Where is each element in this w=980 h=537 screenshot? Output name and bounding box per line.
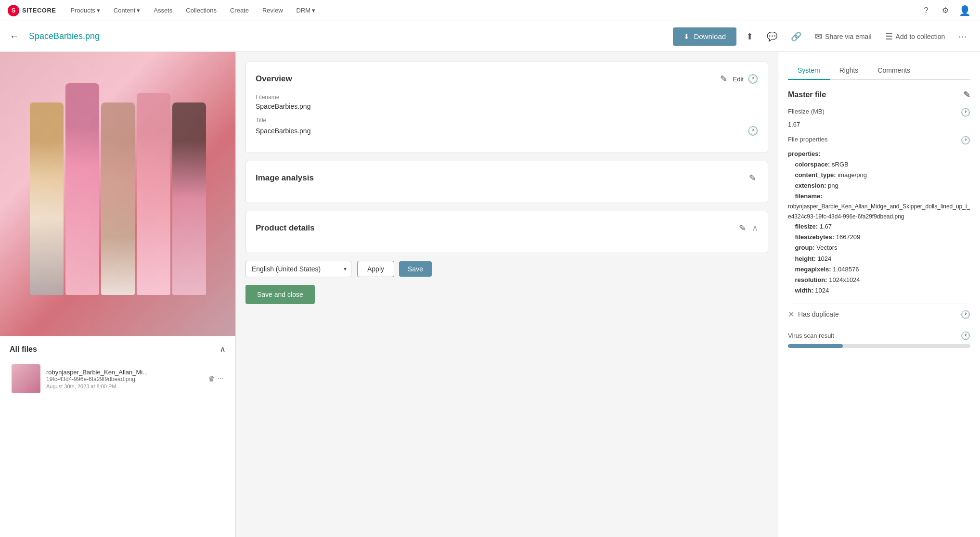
props-filename-val: robynjasper_Barbie_Ken_Allan_Midge_and_S… — [788, 202, 970, 221]
file-properties-group: File properties 🕐 properties: colorspace… — [788, 136, 970, 296]
props-megapixels-key: megapixels: — [795, 266, 831, 273]
virus-scan-section: Virus scan result 🕐 — [788, 325, 970, 348]
overview-edit-button[interactable]: ✎ — [718, 72, 729, 86]
title-row: Title SpaceBarbies.png 🕐 — [256, 117, 758, 136]
virus-scan-bar — [788, 344, 970, 348]
more-options-button[interactable]: ··· — [954, 29, 970, 44]
props-filesize-val: 1.67 — [818, 223, 832, 230]
logo-circle: S — [8, 5, 19, 16]
save-close-row: Save and close — [245, 285, 768, 304]
file-info: robynjasper_Barbie_Ken_Allan_Mi... 19fc-… — [46, 369, 202, 389]
save-close-button[interactable]: Save and close — [245, 285, 315, 304]
image-placeholder — [0, 52, 236, 336]
file-more-icon[interactable]: ··· — [218, 374, 224, 383]
all-files-section: All files ∧ robynjasper_Barbie_Ken_Allan… — [0, 336, 235, 405]
filename-row: Filename SpaceBarbies.png — [256, 94, 758, 110]
filesize-value-row: 1.67 — [788, 121, 970, 128]
barbie-fig-2 — [65, 83, 99, 295]
product-details-title: Product details — [256, 223, 315, 233]
apply-button[interactable]: Apply — [357, 261, 394, 277]
file-actions: ♛ ··· — [208, 374, 224, 384]
props-width-val: 1024 — [813, 287, 829, 294]
tab-comments[interactable]: Comments — [868, 62, 920, 80]
props-megapixels-val: 1.048576 — [831, 266, 859, 273]
pencil-icon-2: ✎ — [749, 173, 756, 183]
nav-item-create[interactable]: Create — [225, 7, 254, 14]
nav-item-review[interactable]: Review — [258, 7, 288, 14]
overview-card: Overview ✎ Edit 🕐 Filename SpaceBarbies.… — [245, 62, 768, 153]
title-label: Title — [256, 117, 758, 124]
add-to-collection-button[interactable]: ☰ Add to collection — [881, 28, 949, 45]
action-buttons: Apply Save — [357, 261, 432, 277]
title-value: SpaceBarbies.png 🕐 — [256, 126, 758, 136]
virus-scan-bar-fill — [788, 344, 843, 348]
product-details-card: Product details ✎ ∧ — [245, 211, 768, 253]
file-title: SpaceBarbies.png — [29, 31, 100, 41]
collapse-icon[interactable]: ∧ — [219, 344, 226, 355]
file-properties-history-icon[interactable]: 🕐 — [961, 136, 970, 145]
upload-icon: ⬆ — [746, 31, 753, 42]
props-content-type-key: content_type: — [795, 171, 836, 179]
settings-icon[interactable]: ⚙ — [938, 3, 953, 18]
toolbar: ← SpaceBarbies.png ⬇ Download ⬆ 💬 🔗 ✉ Sh… — [0, 21, 980, 52]
file-name: robynjasper_Barbie_Ken_Allan_Mi... — [46, 369, 202, 376]
file-item: robynjasper_Barbie_Ken_Allan_Mi... 19fc-… — [10, 360, 226, 397]
nav-item-products[interactable]: Products ▾ — [65, 7, 104, 14]
tab-rights[interactable]: Rights — [830, 62, 868, 80]
main-layout: All files ∧ robynjasper_Barbie_Ken_Allan… — [0, 52, 980, 537]
filesize-history-icon[interactable]: 🕐 — [961, 108, 970, 117]
logo[interactable]: S SITECORE — [8, 5, 56, 16]
image-preview — [0, 52, 236, 336]
overview-title: Overview — [256, 74, 292, 84]
help-icon[interactable]: ? — [918, 3, 934, 18]
nav-item-drm[interactable]: DRM ▾ — [292, 7, 321, 14]
language-select[interactable]: English (United States) French (France) … — [245, 261, 351, 277]
properties-block: properties: colorspace: sRGB content_typ… — [788, 149, 970, 296]
file-date: August 30th, 2023 at 8:00 PM — [46, 384, 202, 389]
back-button[interactable]: ← — [10, 31, 19, 42]
barbie-silhouettes — [30, 83, 206, 305]
overview-history-icon[interactable]: 🕐 — [748, 74, 758, 84]
barbie-fig-4 — [137, 93, 170, 295]
image-analysis-title: Image analysis — [256, 173, 314, 183]
nav-item-collections[interactable]: Collections — [181, 7, 221, 14]
save-button[interactable]: Save — [399, 261, 432, 277]
pencil-icon-3: ✎ — [739, 223, 746, 233]
language-row: English (United States) French (France) … — [245, 261, 768, 277]
master-file-heading: Master file ✎ — [788, 90, 970, 100]
share-email-button[interactable]: ✉ Share via email — [811, 28, 876, 45]
x-icon: ✕ — [788, 310, 794, 319]
props-height-val: 1024 — [816, 255, 832, 262]
product-collapse-icon[interactable]: ∧ — [752, 223, 758, 233]
filename-value: SpaceBarbies.png — [256, 102, 758, 110]
props-height-key: height: — [795, 255, 815, 262]
props-filesizebytes-val: 1667209 — [834, 233, 860, 241]
props-extension-val: png — [826, 182, 838, 189]
filesize-value: 1.67 — [788, 121, 970, 128]
nav-item-assets[interactable]: Assets — [149, 7, 177, 14]
virus-scan-history-icon[interactable]: 🕐 — [961, 331, 970, 340]
props-filesizebytes-key: filesizebytes: — [795, 233, 834, 241]
link-button[interactable]: 🔗 — [787, 28, 805, 45]
image-analysis-header: Image analysis ✎ — [256, 171, 758, 185]
right-panel: System Rights Comments Master file ✎ Fil… — [778, 52, 980, 537]
file-thumbnail — [12, 364, 40, 393]
file-crown-icon[interactable]: ♛ — [208, 374, 215, 384]
image-analysis-edit-button[interactable]: ✎ — [747, 171, 758, 185]
comment-button[interactable]: 💬 — [763, 28, 781, 45]
master-file-edit-icon[interactable]: ✎ — [963, 90, 970, 100]
tab-system[interactable]: System — [788, 62, 830, 80]
download-button[interactable]: ⬇ Download — [673, 27, 736, 46]
filesize-group: Filesize (MB) 🕐 1.67 — [788, 108, 970, 128]
file-properties-header-row: File properties 🕐 — [788, 136, 970, 145]
user-avatar-icon[interactable]: 👤 — [957, 3, 972, 18]
product-details-edit-button[interactable]: ✎ — [737, 221, 748, 235]
props-intro: properties: — [788, 150, 821, 157]
all-files-title: All files — [10, 345, 37, 354]
has-duplicate-history-icon[interactable]: 🕐 — [961, 310, 970, 319]
upload-button[interactable]: ⬆ — [742, 28, 757, 45]
nav-item-content[interactable]: Content ▾ — [109, 7, 145, 14]
logo-letter: S — [12, 7, 16, 14]
title-history-icon[interactable]: 🕐 — [748, 126, 758, 136]
link-icon: 🔗 — [791, 31, 801, 42]
